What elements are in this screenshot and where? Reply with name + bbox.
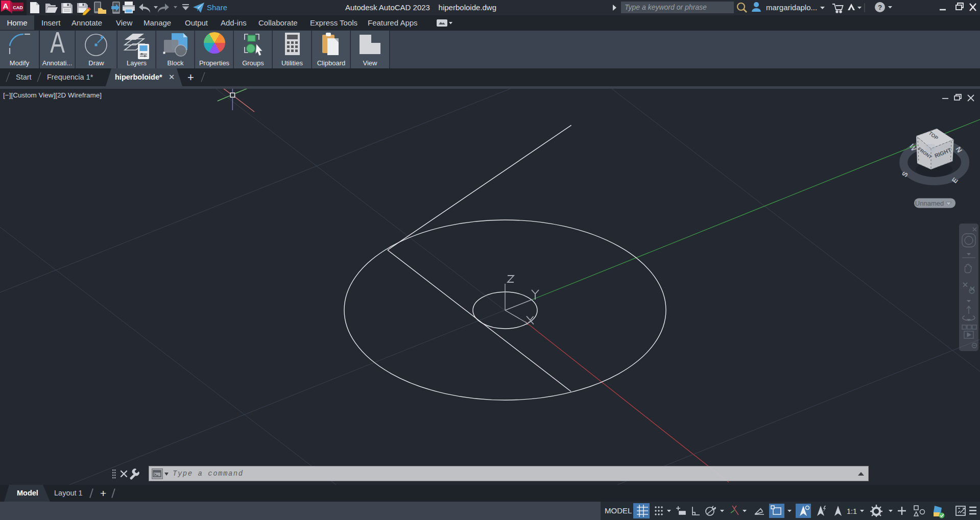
svg-text:margaridaplo...: margaridaplo... [766,3,817,12]
svg-text:?: ? [878,4,882,11]
svg-text:Unnamed: Unnamed [915,200,944,207]
svg-text:1:1: 1:1 [847,507,857,515]
